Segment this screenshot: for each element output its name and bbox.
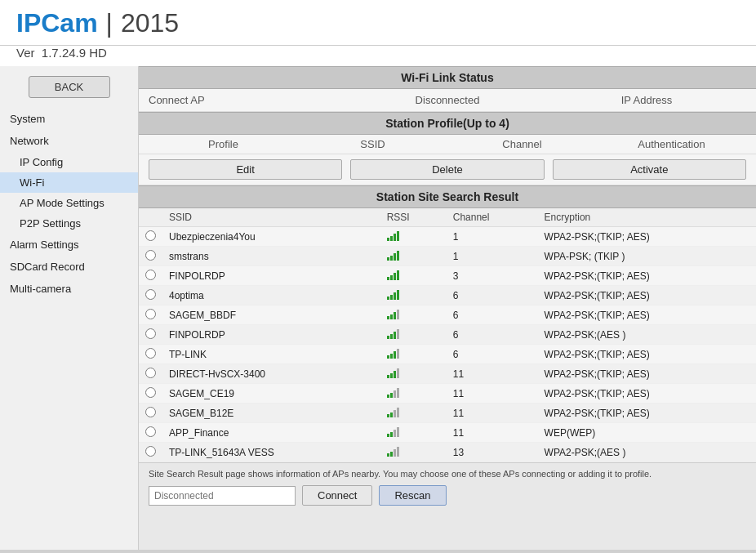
site-search-table: SSID RSSI Channel Encryption Ubezpieczen…	[139, 208, 756, 462]
row-encryption: WPA2-PSK;(TKIP; AES)	[538, 345, 756, 364]
signal-bars-icon	[387, 288, 399, 300]
row-radio[interactable]	[139, 423, 162, 443]
sidebar-item-p2p[interactable]: P2P Settings	[0, 213, 138, 234]
row-encryption: WPA2-PSK;(TKIP; AES)	[538, 404, 756, 423]
version-label: Ver 1.7.24.9 HD	[16, 46, 107, 60]
sidebar-item-alarm[interactable]: Alarm Settings	[0, 234, 138, 256]
row-ssid: DIRECT-HvSCX-3400	[162, 364, 380, 384]
sidebar-item-multicam[interactable]: Multi-camera	[0, 278, 138, 300]
wifi-connect-ap-label: Connect AP	[149, 94, 348, 106]
table-row[interactable]: SAGEM_BBDF6WPA2-PSK;(TKIP; AES)	[139, 305, 756, 325]
sidebar-item-system[interactable]: System	[0, 108, 138, 130]
sidebar-item-sdcard[interactable]: SDCard Record	[0, 256, 138, 278]
sidebar-item-wifi[interactable]: Wi-Fi	[0, 172, 138, 193]
row-encryption: WPA2-PSK;(TKIP; AES)	[538, 305, 756, 325]
profile-col-channel: Channel	[447, 138, 597, 150]
row-radio[interactable]	[139, 247, 162, 266]
row-rssi	[380, 404, 447, 423]
row-rssi	[380, 443, 447, 462]
profile-col-auth: Authentication	[597, 138, 746, 150]
row-radio[interactable]	[139, 305, 162, 325]
status-input[interactable]	[149, 486, 296, 506]
wifi-ip-address-label: IP Address	[547, 94, 746, 106]
edit-button[interactable]: Edit	[149, 159, 342, 180]
row-ssid: SAGEM_BBDF	[162, 305, 380, 325]
signal-bars-icon	[387, 386, 399, 398]
row-encryption: WPA2-PSK;(AES )	[538, 325, 756, 345]
row-channel: 1	[447, 247, 538, 266]
table-row[interactable]: SAGEM_CE1911WPA2-PSK;(TKIP; AES)	[139, 384, 756, 404]
row-encryption: WPA2-PSK;(TKIP; AES)	[538, 364, 756, 384]
signal-bars-icon	[387, 269, 399, 280]
bottom-controls: Connect Rescan	[149, 485, 746, 506]
col-encryption-header: Encryption	[538, 208, 756, 227]
back-button[interactable]: BACK	[29, 76, 110, 98]
table-row[interactable]: smstrans1WPA-PSK; (TKIP )	[139, 247, 756, 266]
bottom-bar: Site Search Result page shows informatio…	[139, 462, 756, 511]
table-row[interactable]: APP_Finance11WEP(WEP)	[139, 423, 756, 443]
signal-bars-icon	[387, 445, 399, 457]
row-radio[interactable]	[139, 404, 162, 423]
wifi-status-row: Connect AP Disconnected IP Address	[139, 89, 756, 112]
col-channel-header: Channel	[447, 208, 538, 227]
row-encryption: WPA2-PSK;(TKIP; AES)	[538, 384, 756, 404]
col-radio	[139, 208, 162, 227]
row-rssi	[380, 286, 447, 305]
table-row[interactable]: DIRECT-HvSCX-340011WPA2-PSK;(TKIP; AES)	[139, 364, 756, 384]
row-rssi	[380, 305, 447, 325]
row-channel: 6	[447, 305, 538, 325]
row-radio[interactable]	[139, 227, 162, 247]
row-radio[interactable]	[139, 364, 162, 384]
row-channel: 13	[447, 443, 538, 462]
row-radio[interactable]	[139, 384, 162, 404]
row-rssi	[380, 266, 447, 286]
row-encryption: WPA-PSK; (TKIP )	[538, 247, 756, 266]
row-channel: 1	[447, 227, 538, 247]
table-row[interactable]: TP-LINK_51643A VESS13WPA2-PSK;(AES )	[139, 443, 756, 462]
row-channel: 6	[447, 286, 538, 305]
activate-button[interactable]: Activate	[553, 159, 746, 180]
wifi-disconnected-label: Disconnected	[348, 94, 547, 106]
header: IPCam | 2015	[0, 0, 756, 46]
row-channel: 11	[447, 384, 538, 404]
row-encryption: WPA2-PSK;(TKIP; AES)	[538, 286, 756, 305]
delete-button[interactable]: Delete	[350, 159, 544, 180]
signal-bars-icon	[387, 367, 399, 378]
table-row[interactable]: FINPOLRDP3WPA2-PSK;(TKIP; AES)	[139, 266, 756, 286]
row-radio[interactable]	[139, 266, 162, 286]
row-ssid: SAGEM_B12E	[162, 404, 380, 423]
row-channel: 11	[447, 423, 538, 443]
row-ssid: TP-LINK_51643A VESS	[162, 443, 380, 462]
row-channel: 11	[447, 404, 538, 423]
site-search-title: Station Site Search Result	[139, 185, 756, 208]
station-profile-buttons: Edit Delete Activate	[139, 154, 756, 185]
row-radio[interactable]	[139, 345, 162, 364]
table-row[interactable]: SAGEM_B12E11WPA2-PSK;(TKIP; AES)	[139, 404, 756, 423]
row-rssi	[380, 227, 447, 247]
signal-bars-icon	[387, 347, 399, 359]
sidebar-item-ip-config[interactable]: IP Config	[0, 152, 138, 172]
rescan-button[interactable]: Rescan	[379, 485, 446, 506]
connect-button[interactable]: Connect	[302, 485, 372, 506]
header-divider: |	[106, 8, 113, 38]
row-ssid: 4optima	[162, 286, 380, 305]
table-row[interactable]: 4optima6WPA2-PSK;(TKIP; AES)	[139, 286, 756, 305]
row-channel: 11	[447, 364, 538, 384]
row-radio[interactable]	[139, 325, 162, 345]
row-radio[interactable]	[139, 443, 162, 462]
row-rssi	[380, 384, 447, 404]
row-encryption: WPA2-PSK;(AES )	[538, 443, 756, 462]
table-row[interactable]: TP-LINK6WPA2-PSK;(TKIP; AES)	[139, 345, 756, 364]
row-ssid: TP-LINK	[162, 345, 380, 364]
signal-bars-icon	[387, 406, 399, 417]
sidebar-item-ap-mode[interactable]: AP Mode Settings	[0, 193, 138, 213]
bottom-note: Site Search Result page shows informatio…	[149, 468, 746, 480]
row-ssid: APP_Finance	[162, 423, 380, 443]
sidebar-item-network[interactable]: Network	[0, 130, 138, 152]
signal-bars-icon	[387, 426, 399, 437]
table-row[interactable]: Ubezpieczenia4You1WPA2-PSK;(TKIP; AES)	[139, 227, 756, 247]
row-radio[interactable]	[139, 286, 162, 305]
row-channel: 6	[447, 325, 538, 345]
table-row[interactable]: FINPOLRDP6WPA2-PSK;(AES )	[139, 325, 756, 345]
row-encryption: WEP(WEP)	[538, 423, 756, 443]
